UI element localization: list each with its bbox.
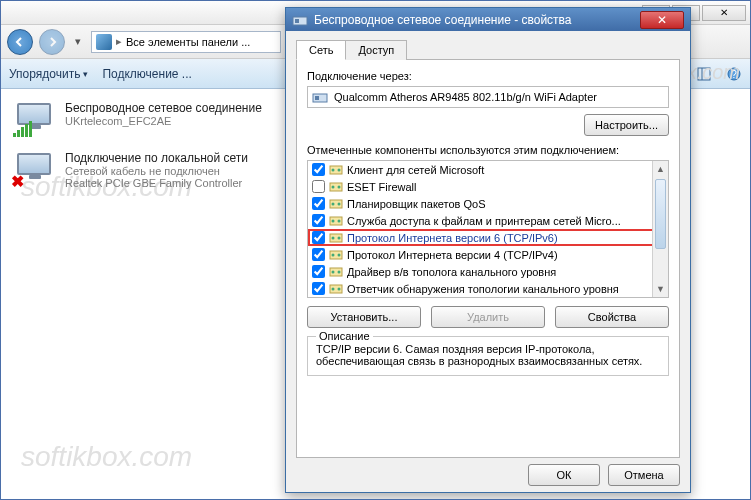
svg-point-31 xyxy=(338,270,341,273)
svg-point-33 xyxy=(332,287,335,290)
description-group: Описание TCP/IP версии 6. Самая поздняя … xyxy=(307,336,669,376)
arrow-left-icon xyxy=(14,36,26,48)
protocol-icon xyxy=(329,180,343,194)
dialog-title: Беспроводное сетевое соединение - свойст… xyxy=(314,13,634,27)
forward-button[interactable] xyxy=(39,29,65,55)
configure-button[interactable]: Настроить... xyxy=(584,114,669,136)
svg-point-28 xyxy=(338,253,341,256)
dialog-footer: ОК Отмена xyxy=(286,458,690,492)
protocol-icon xyxy=(329,214,343,228)
adapter-field[interactable]: Qualcomm Atheros AR9485 802.11b/g/n WiFi… xyxy=(307,86,669,108)
connection-title: Подключение по локальной сети xyxy=(65,151,248,165)
component-label: Протокол Интернета версии 6 (TCP/IPv6) xyxy=(347,232,558,244)
component-checkbox[interactable] xyxy=(312,282,325,295)
dialog-titlebar[interactable]: Беспроводное сетевое соединение - свойст… xyxy=(286,8,690,31)
svg-point-18 xyxy=(332,202,335,205)
wifi-signal-icon xyxy=(13,121,32,137)
connection-item-wireless[interactable]: Беспроводное сетевое соединение UKrtelec… xyxy=(11,97,291,147)
connection-status: Сетевой кабель не подключен xyxy=(65,165,248,177)
arrow-right-icon xyxy=(46,36,58,48)
component-item[interactable]: Протокол Интернета версии 4 (TCP/IPv4) xyxy=(308,246,668,263)
back-button[interactable] xyxy=(7,29,33,55)
protocol-icon xyxy=(329,231,343,245)
component-checkbox[interactable] xyxy=(312,265,325,278)
component-label: ESET Firewall xyxy=(347,181,416,193)
tab-network[interactable]: Сеть xyxy=(296,40,346,60)
svg-point-24 xyxy=(332,236,335,239)
component-item[interactable]: Драйвер в/в тополога канального уровня xyxy=(308,263,668,280)
component-checkbox[interactable] xyxy=(312,248,325,261)
error-icon: ✖ xyxy=(11,172,24,191)
connection-adapter: Realtek PCIe GBE Family Controller xyxy=(65,177,248,189)
protocol-icon xyxy=(329,163,343,177)
panel-icon[interactable] xyxy=(696,66,712,82)
tab-access[interactable]: Доступ xyxy=(345,40,407,60)
network-adapter-icon xyxy=(312,89,328,105)
connection-icon: ✖ xyxy=(13,151,55,187)
organize-menu[interactable]: Упорядочить▾ xyxy=(9,67,88,81)
description-legend: Описание xyxy=(316,330,373,342)
scrollbar[interactable]: ▲ ▼ xyxy=(652,161,668,297)
nav-history-dropdown[interactable]: ▾ xyxy=(71,35,85,48)
svg-point-16 xyxy=(338,185,341,188)
ok-button[interactable]: ОК xyxy=(528,464,600,486)
close-button[interactable]: ✕ xyxy=(702,5,746,21)
component-label: Драйвер в/в тополога канального уровня xyxy=(347,266,556,278)
protocol-icon xyxy=(329,265,343,279)
protocol-icon xyxy=(329,282,343,296)
tab-panel-network: Подключение через: Qualcomm Atheros AR94… xyxy=(296,60,680,458)
network-adapter-icon xyxy=(292,12,308,28)
component-checkbox[interactable] xyxy=(312,197,325,210)
component-item[interactable]: Планировщик пакетов QoS xyxy=(308,195,668,212)
component-label: Планировщик пакетов QoS xyxy=(347,198,486,210)
component-item[interactable]: ESET Firewall xyxy=(308,178,668,195)
svg-point-22 xyxy=(338,219,341,222)
component-item[interactable]: Ответчик обнаружения топологии канальног… xyxy=(308,280,668,297)
breadcrumb-text: Все элементы панели ... xyxy=(126,36,250,48)
watermark: softikbox.com xyxy=(21,441,192,473)
svg-rect-3 xyxy=(698,68,710,80)
svg-text:?: ? xyxy=(731,69,737,80)
component-checkbox[interactable] xyxy=(312,163,325,176)
properties-dialog: Беспроводное сетевое соединение - свойст… xyxy=(285,7,691,493)
connect-menu[interactable]: Подключение ... xyxy=(102,67,191,81)
help-icon[interactable]: ? xyxy=(726,66,742,82)
components-label: Отмеченные компоненты используются этим … xyxy=(307,144,669,156)
svg-point-30 xyxy=(332,270,335,273)
svg-point-21 xyxy=(332,219,335,222)
component-checkbox[interactable] xyxy=(312,231,325,244)
tabstrip: Сеть Доступ xyxy=(296,39,680,60)
cancel-button[interactable]: Отмена xyxy=(608,464,680,486)
svg-rect-10 xyxy=(315,96,319,100)
svg-rect-8 xyxy=(295,19,299,23)
connection-icon xyxy=(13,101,55,137)
component-item[interactable]: Протокол Интернета версии 6 (TCP/IPv6) xyxy=(308,229,668,246)
scroll-thumb[interactable] xyxy=(655,179,666,249)
address-bar[interactable]: ▸ Все элементы панели ... xyxy=(91,31,281,53)
connection-title: Беспроводное сетевое соединение xyxy=(65,101,262,115)
component-label: Протокол Интернета версии 4 (TCP/IPv4) xyxy=(347,249,558,261)
component-label: Ответчик обнаружения топологии канальног… xyxy=(347,283,619,295)
component-checkbox[interactable] xyxy=(312,214,325,227)
protocol-icon xyxy=(329,248,343,262)
svg-point-27 xyxy=(332,253,335,256)
component-label: Служба доступа к файлам и принтерам сете… xyxy=(347,215,621,227)
svg-point-13 xyxy=(338,168,341,171)
components-list[interactable]: Клиент для сетей MicrosoftESET FirewallП… xyxy=(307,160,669,298)
svg-point-34 xyxy=(338,287,341,290)
component-item[interactable]: Служба доступа к файлам и принтерам сете… xyxy=(308,212,668,229)
install-button[interactable]: Установить... xyxy=(307,306,421,328)
svg-point-12 xyxy=(332,168,335,171)
component-checkbox[interactable] xyxy=(312,180,325,193)
dialog-close-button[interactable]: ✕ xyxy=(640,11,684,29)
svg-point-19 xyxy=(338,202,341,205)
scroll-down-button[interactable]: ▼ xyxy=(653,281,668,297)
scroll-up-button[interactable]: ▲ xyxy=(653,161,668,177)
component-item[interactable]: Клиент для сетей Microsoft xyxy=(308,161,668,178)
component-label: Клиент для сетей Microsoft xyxy=(347,164,484,176)
description-text: TCP/IP версии 6. Самая поздняя версия IP… xyxy=(316,343,660,367)
remove-button: Удалить xyxy=(431,306,545,328)
protocol-icon xyxy=(329,197,343,211)
properties-button[interactable]: Свойства xyxy=(555,306,669,328)
connection-item-lan[interactable]: ✖ Подключение по локальной сети Сетевой … xyxy=(11,147,291,199)
